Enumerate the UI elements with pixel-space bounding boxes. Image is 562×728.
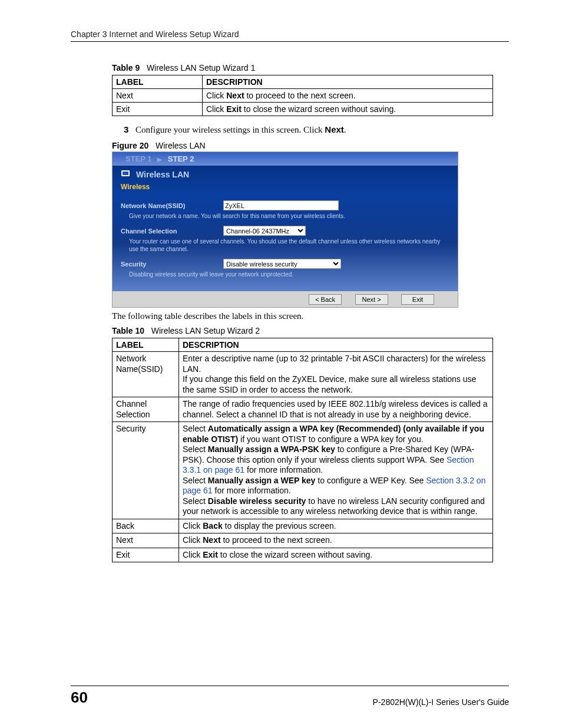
page-number: 60 (71, 689, 88, 707)
table-row: Exit Click Exit to close the wizard scre… (113, 103, 493, 116)
table10-caption: Table 10 Wireless LAN Setup Wizard 2 (112, 326, 509, 335)
wizard-button-bar: < Back Next > Exit (113, 291, 458, 307)
header-rule (71, 41, 509, 42)
svg-rect-1 (123, 172, 128, 175)
cell-desc: Click Next to proceed to the next screen… (203, 89, 493, 103)
channel-select[interactable]: Channel-06 2437MHz (223, 226, 306, 236)
cell-label: Network Name(SSID) (113, 352, 179, 397)
table10-caption-prefix: Table 10 (112, 326, 144, 335)
exit-button[interactable]: Exit (401, 294, 434, 305)
wizard-screenshot: STEP 1 ▶ STEP 2 Wireless LAN Wireless Ne… (112, 151, 458, 308)
table9-caption-text: Wireless LAN Setup Wizard 1 (147, 63, 255, 73)
cell-desc: Click Next to proceed to the next screen… (179, 533, 493, 548)
table-row: Back Click Back to display the previous … (113, 519, 493, 533)
cell-label: Next (113, 533, 179, 548)
cell-label: Back (113, 519, 179, 533)
cell-label: Next (113, 89, 203, 103)
cell-label: Exit (113, 103, 203, 116)
channel-help-text: Your router can use one of several chann… (129, 238, 449, 253)
wizard-steps-bar: STEP 1 ▶ STEP 2 (113, 152, 458, 166)
chapter-header: Chapter 3 Internet and Wireless Setup Wi… (71, 29, 509, 39)
table-row: Network Name(SSID) Enter a descriptive n… (113, 352, 493, 397)
table9-caption-prefix: Table 9 (112, 63, 140, 73)
guide-name: P-2802H(W)(L)-I Series User's Guide (373, 697, 509, 707)
figure20-caption: Figure 20 Wireless LAN (112, 141, 509, 150)
ssid-input[interactable] (223, 200, 339, 210)
ssid-label: Network Name(SSID) (121, 202, 215, 209)
table10-head-label: LABEL (113, 338, 179, 352)
cell-desc: Enter a descriptive name (up to 32 print… (179, 352, 493, 397)
step-number: 3 (124, 124, 128, 134)
ssid-help-text: Give your network a name. You will searc… (129, 212, 449, 220)
cell-desc: Click Exit to close the wizard screen wi… (203, 103, 493, 116)
cell-label: Channel Selection (113, 397, 179, 422)
wizard-title: Wireless LAN (113, 166, 458, 182)
cell-desc: Click Back to display the previous scree… (179, 519, 493, 533)
security-label: Security (121, 261, 215, 268)
wizard-title-text: Wireless LAN (136, 170, 189, 179)
page-footer: 60 P-2802H(W)(L)-I Series User's Guide (71, 686, 509, 707)
table-row: Next Click Next to proceed to the next s… (113, 533, 493, 548)
cell-desc: Click Exit to close the wizard screen wi… (179, 548, 493, 562)
next-button[interactable]: Next > (355, 294, 388, 305)
security-help-text: Disabling wireless security will leave y… (129, 271, 449, 278)
table-row: Security Select Automatically assign a W… (113, 422, 493, 519)
table9-head-desc: DESCRIPTION (203, 75, 493, 89)
wizard-step-2: STEP 2 (168, 154, 194, 163)
table9-caption: Table 9 Wireless LAN Setup Wizard 1 (112, 63, 509, 73)
figure20-caption-prefix: Figure 20 (112, 141, 148, 150)
table10-caption-text: Wireless LAN Setup Wizard 2 (151, 326, 260, 335)
cell-desc: The range of radio frequencies used by I… (179, 397, 493, 422)
cell-desc: Select Automatically assign a WPA key (R… (179, 422, 493, 519)
channel-label: Channel Selection (121, 228, 215, 235)
cell-label: Exit (113, 548, 179, 562)
table-row: Channel Selection The range of radio fre… (113, 397, 493, 422)
wireless-icon (121, 169, 131, 179)
table9-head-label: LABEL (113, 75, 203, 89)
table-row: Exit Click Exit to close the wizard scre… (113, 548, 493, 562)
table10-head-desc: DESCRIPTION (179, 338, 493, 352)
figure20-caption-text: Wireless LAN (156, 141, 206, 150)
back-button[interactable]: < Back (309, 294, 342, 305)
security-select[interactable]: Disable wireless security (223, 259, 341, 269)
chevron-right-icon: ▶ (157, 156, 162, 163)
table-row: Next Click Next to proceed to the next s… (113, 89, 493, 103)
step-3: 3 Configure your wireless settings in th… (124, 124, 509, 135)
wizard-step-1: STEP 1 (125, 154, 152, 163)
cell-label: Security (113, 422, 179, 519)
table10: LABEL DESCRIPTION Network Name(SSID) Ent… (112, 338, 493, 562)
table9: LABEL DESCRIPTION Next Click Next to pro… (112, 75, 493, 116)
para-after-figure: The following table describes the labels… (112, 311, 509, 321)
wizard-section-label: Wireless (113, 182, 458, 195)
